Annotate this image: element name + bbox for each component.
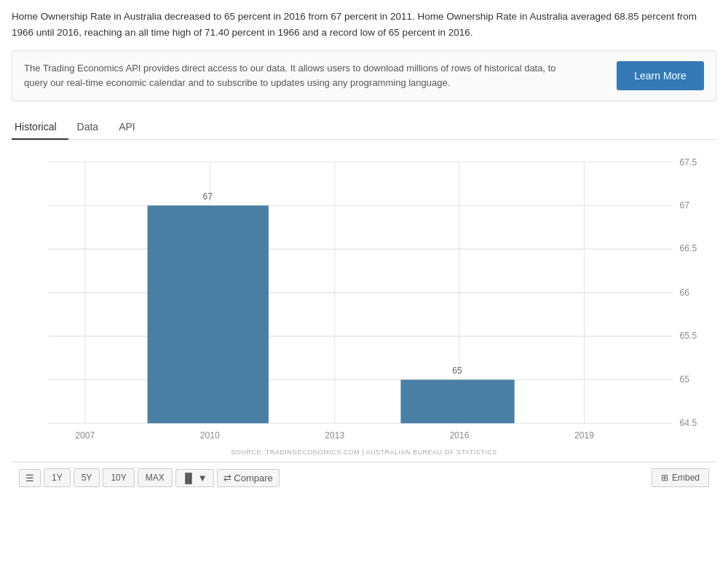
compare-button[interactable]: ⇄ Compare [217,469,280,487]
x-label-2007: 2007 [75,430,95,441]
x-label-2019: 2019 [574,430,594,441]
5y-button[interactable]: 5Y [74,468,100,487]
y-label-67: 67 [680,200,690,210]
y-label-64.5: 64.5 [680,419,697,429]
1y-button[interactable]: 1Y [44,468,71,487]
bar-2016 [400,380,514,424]
bar-label-2010: 67 [202,192,213,202]
bar-label-2016: 65 [452,366,462,376]
max-button[interactable]: MAX [138,468,173,487]
x-label-2016: 2016 [450,430,470,441]
tab-data[interactable]: Data [74,115,111,140]
toolbar: ☰ 1Y 5Y 10Y MAX ▐▌ ▼ ⇄ Compare ⊞ Embed [12,462,716,493]
chart-type-button[interactable]: ▐▌ ▼ [175,469,214,487]
tab-api[interactable]: API [116,115,147,140]
api-banner: The Trading Economics API provides direc… [12,50,716,101]
tabs-container: Historical Data API [12,114,716,140]
bar-2010 [148,206,269,424]
api-banner-text: The Trading Economics API provides direc… [24,61,563,90]
x-label-2013: 2013 [325,430,344,441]
x-label-2010: 2010 [200,430,220,441]
description-text: Home Ownership Rate in Australia decreas… [12,9,716,40]
y-label-66.5: 66.5 [680,244,697,254]
main-container: Home Ownership Rate in Australia decreas… [0,0,728,502]
toolbar-left: ☰ 1Y 5Y 10Y MAX ▐▌ ▼ ⇄ Compare [19,468,280,487]
embed-icon: ⊞ [661,473,668,483]
chart-svg: 67 65 2007 2010 2013 2016 2019 67.5 67 6… [12,147,716,446]
menu-button[interactable]: ☰ [19,469,41,487]
y-label-65.5: 65.5 [680,331,697,342]
embed-button[interactable]: ⊞ Embed [652,468,709,487]
tab-historical[interactable]: Historical [12,115,68,140]
y-label-67.5: 67.5 [680,157,697,167]
learn-more-button[interactable]: Learn More [617,61,704,90]
chart-area: 67 65 2007 2010 2013 2016 2019 67.5 67 6… [12,147,716,446]
source-text: SOURCE: TRADINGECONOMICS.COM | AUSTRALIA… [12,449,716,456]
y-label-66: 66 [680,288,690,298]
embed-label: Embed [672,473,700,483]
y-label-65: 65 [680,374,690,384]
10y-button[interactable]: 10Y [103,468,134,487]
